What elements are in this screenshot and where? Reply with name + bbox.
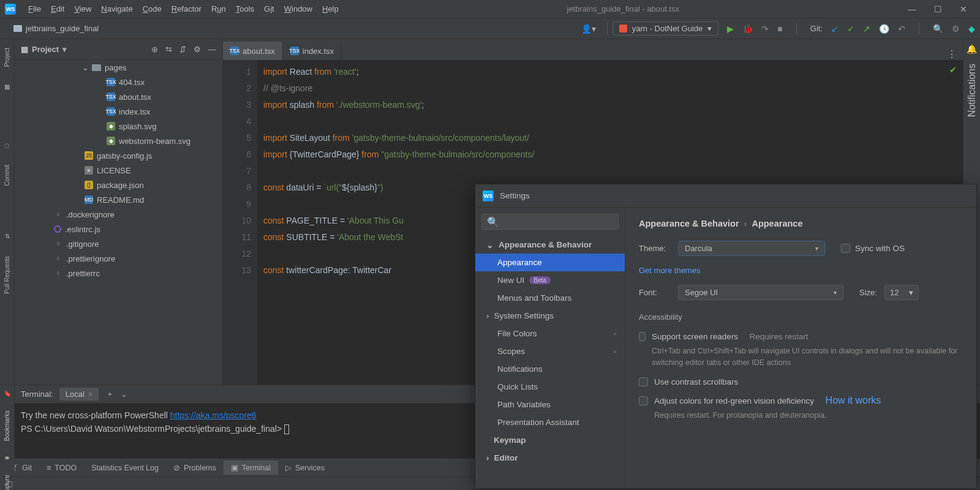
git-update-icon[interactable]: ↙ <box>831 24 839 34</box>
pr-rail-icon[interactable]: ⇅ <box>2 232 12 241</box>
contrast-scrollbars-checkbox[interactable] <box>639 377 648 386</box>
menu-help[interactable]: Help <box>318 2 342 16</box>
tree-file[interactable]: MDREADME.md <box>15 192 222 207</box>
tool-problems[interactable]: ⊘Problems <box>166 463 224 472</box>
search-icon[interactable]: 🔍 <box>933 24 943 34</box>
close-button[interactable]: ✕ <box>956 4 971 14</box>
settings-gear-icon[interactable]: ⚙ <box>952 24 960 34</box>
rail-notifications[interactable]: Notifications <box>967 61 978 119</box>
maximize-button[interactable]: ☐ <box>930 4 946 14</box>
get-more-themes-link[interactable]: Get more themes <box>639 266 700 275</box>
tree-file[interactable]: ≡LICENSE <box>15 163 222 178</box>
settings-item-notifications[interactable]: Notifications <box>475 360 625 378</box>
menu-navigate[interactable]: Navigate <box>97 2 136 16</box>
rail-structure[interactable]: Structure <box>4 472 10 490</box>
project-breadcrumb[interactable]: jetbrains_guide_final <box>13 24 99 33</box>
tool-terminal[interactable]: ▣Terminal <box>224 461 278 475</box>
color-deficiency-checkbox[interactable] <box>639 396 648 405</box>
chevron-down-icon[interactable]: ▾ <box>62 45 67 54</box>
menu-code[interactable]: Code <box>139 2 165 16</box>
tool-todo[interactable]: ≡TODO <box>39 464 84 472</box>
theme-select[interactable]: Darcula▾ <box>678 241 825 256</box>
tool-stats[interactable]: Statistics Event Log <box>84 464 166 472</box>
select-opened-file-icon[interactable]: ⊕ <box>151 45 158 54</box>
git-history-icon[interactable]: 🕓 <box>879 24 889 34</box>
collapse-all-icon[interactable]: ⇵ <box>179 45 186 54</box>
settings-item-quick-lists[interactable]: Quick Lists <box>475 378 625 396</box>
tool-services[interactable]: ▷Services <box>278 463 332 472</box>
font-select[interactable]: Segoe UI▾ <box>678 285 843 300</box>
run-button[interactable]: ▶ <box>727 24 734 34</box>
settings-item-scopes[interactable]: Scopes▫ <box>475 342 625 360</box>
stop-button[interactable]: ■ <box>777 24 782 34</box>
panel-settings-icon[interactable]: ⚙ <box>194 45 201 54</box>
settings-item-system-settings[interactable]: ›System Settings <box>475 307 625 325</box>
screen-readers-checkbox[interactable] <box>639 332 646 341</box>
structure-rail-icon[interactable]: ⩩ <box>2 454 12 461</box>
git-commit-icon[interactable]: ✓ <box>847 24 854 34</box>
settings-item-file-colors[interactable]: File Colors▫ <box>475 325 625 342</box>
folder-rail-icon[interactable]: ▦ <box>2 81 12 91</box>
menu-edit[interactable]: Edit <box>47 2 68 16</box>
sync-with-os-checkbox[interactable] <box>841 244 850 253</box>
bookmarks-rail-icon[interactable]: 🔖 <box>2 390 12 397</box>
tree-file[interactable]: {}package.json <box>15 178 222 192</box>
rail-bookmarks[interactable]: Bookmarks <box>4 408 10 443</box>
tree-file[interactable]: TSX404.tsx <box>15 75 222 89</box>
tab-actions-icon[interactable]: ⋮ <box>941 48 963 60</box>
hide-panel-icon[interactable]: — <box>208 45 216 54</box>
settings-search-input[interactable]: 🔍 <box>481 214 619 230</box>
inspection-ok-icon[interactable]: ✔ <box>949 65 957 75</box>
settings-item-presentation-assistant[interactable]: Presentation Assistant <box>475 413 625 431</box>
expand-all-icon[interactable]: ⇆ <box>165 45 172 54</box>
terminal-tab-local[interactable]: Local× <box>59 388 99 401</box>
tree-file[interactable]: TSXindex.tsx <box>15 104 222 119</box>
menu-window[interactable]: Window <box>281 2 316 16</box>
coverage-button[interactable]: ↷ <box>761 24 769 34</box>
ide-features-icon[interactable]: ◆ <box>968 24 975 34</box>
menu-tools[interactable]: Tools <box>232 2 258 16</box>
git-push-icon[interactable]: ↗ <box>863 24 870 34</box>
project-tree[interactable]: ⌄pages TSX404.tsx TSXabout.tsx TSXindex.… <box>15 60 222 385</box>
close-tab-icon[interactable]: × <box>88 390 93 399</box>
commit-rail-icon[interactable]: ◌ <box>2 140 12 150</box>
menu-refactor[interactable]: Refactor <box>168 2 205 16</box>
tree-file[interactable]: JSgatsby-config.js <box>15 148 222 163</box>
settings-item-path-variables[interactable]: Path Variables <box>475 396 625 413</box>
settings-group-appearance-behavior[interactable]: ⌄Appearance & Behavior <box>475 236 625 254</box>
tree-file[interactable]: ◆webstorm-beam.svg <box>15 134 222 148</box>
font-size-select[interactable]: 12▾ <box>884 285 919 300</box>
tree-file[interactable]: TSXabout.tsx <box>15 89 222 104</box>
settings-item-new-ui[interactable]: New UIBeta <box>475 271 625 289</box>
rail-commit[interactable]: Commit <box>4 162 10 188</box>
new-terminal-icon[interactable]: + <box>107 390 112 399</box>
minimize-button[interactable]: — <box>904 4 920 14</box>
debug-button[interactable]: 🐞 <box>742 24 753 34</box>
how-it-works-link[interactable]: How it works <box>826 395 881 405</box>
terminal-dropdown-icon[interactable]: ⌄ <box>121 390 127 399</box>
tab-index[interactable]: TSXindex.tsx <box>283 42 342 60</box>
settings-group-keymap[interactable]: Keymap <box>475 431 625 449</box>
tree-file[interactable]: ◆splash.svg <box>15 119 222 134</box>
rail-pull-requests[interactable]: Pull Requests <box>4 254 10 296</box>
settings-item-menus-toolbars[interactable]: Menus and Toolbars <box>475 289 625 307</box>
undo-icon[interactable]: ↶ <box>898 24 905 34</box>
notifications-icon[interactable]: 🔔 <box>967 44 977 54</box>
tree-file[interactable]: ◊.prettierignore <box>15 251 222 266</box>
run-config-selector[interactable]: yarn - DotNet Guide ▾ <box>612 21 719 36</box>
rail-project[interactable]: Project <box>4 45 10 69</box>
menu-view[interactable]: View <box>70 2 95 16</box>
settings-item-appearance[interactable]: Appearance <box>475 254 625 271</box>
menu-run[interactable]: Run <box>208 2 230 16</box>
menu-git[interactable]: Git <box>260 2 278 16</box>
tree-file[interactable]: ◊.dockerignore <box>15 207 222 222</box>
tree-file[interactable]: .eslintrc.js <box>15 222 222 236</box>
tree-file[interactable]: ◊.gitignore <box>15 236 222 251</box>
tool-git[interactable]: ᚶGit <box>6 464 39 472</box>
tab-about[interactable]: TSXabout.tsx <box>223 42 283 60</box>
tree-file[interactable]: ◊.prettierrc <box>15 266 222 281</box>
settings-group-editor[interactable]: ›Editor <box>475 449 625 467</box>
code-with-me-icon[interactable]: 👤▾ <box>575 24 602 34</box>
tree-folder-pages[interactable]: ⌄pages <box>15 60 222 75</box>
menu-file[interactable]: File <box>24 2 45 16</box>
